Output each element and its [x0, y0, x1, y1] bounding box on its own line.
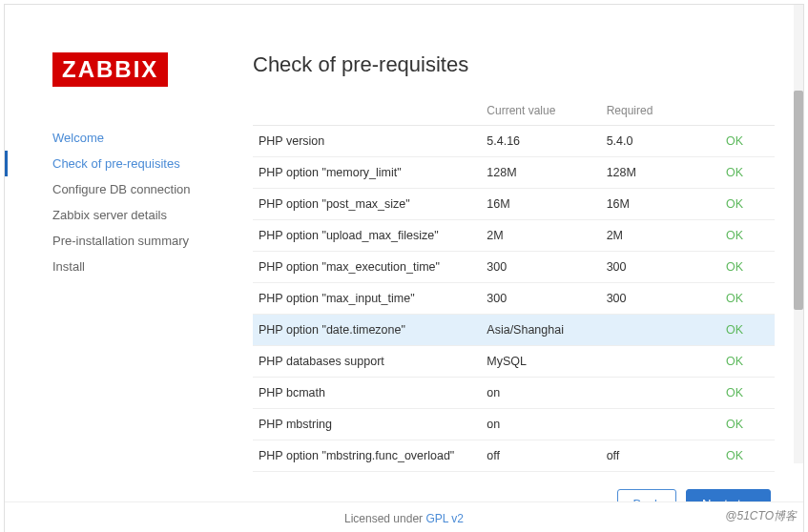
cell-name: PHP option "max_input_time"	[253, 283, 481, 315]
cell-current: on	[481, 378, 600, 409]
cell-name: PHP version	[253, 126, 481, 157]
cell-required: 128M	[601, 157, 720, 189]
cell-current: 128M	[481, 157, 600, 189]
cell-name: PHP bcmath	[253, 378, 481, 409]
logo: ZABBIX	[52, 52, 168, 87]
cell-current: 5.4.16	[481, 126, 600, 157]
cell-current: 300	[481, 252, 600, 283]
cell-current: Asia/Shanghai	[481, 315, 600, 346]
col-current: Current value	[481, 96, 600, 126]
cell-required: 300	[601, 283, 720, 315]
table-row: PHP option "memory_limit"128M128MOK	[253, 157, 775, 189]
cell-status: OK	[720, 409, 775, 440]
cell-status: OK	[720, 315, 775, 346]
col-required: Required	[601, 96, 720, 126]
cell-status: OK	[720, 346, 775, 378]
nav-item-5[interactable]: Install	[5, 254, 234, 279]
cell-required	[601, 409, 720, 440]
cell-required: off	[601, 440, 720, 472]
table-row: PHP version5.4.165.4.0OK	[253, 126, 775, 157]
col-name	[253, 96, 481, 126]
cell-status: OK	[720, 440, 775, 472]
cell-current: off	[481, 440, 600, 472]
page-title: Check of pre-requisites	[253, 52, 775, 77]
cell-current: 2M	[481, 220, 600, 252]
nav-list: WelcomeCheck of pre-requisitesConfigure …	[52, 125, 234, 279]
table-row: PHP bcmathonOK	[253, 378, 775, 409]
back-button[interactable]: Back	[617, 489, 677, 501]
scrollbar-thumb[interactable]	[794, 91, 803, 310]
table-row: PHP option "max_input_time"300300OK	[253, 283, 775, 315]
prereq-table: Current value Required PHP version5.4.16…	[253, 96, 775, 472]
cell-current: 16M	[481, 189, 600, 220]
cell-name: PHP databases support	[253, 346, 481, 378]
footer-text: Licensed under	[344, 512, 425, 525]
cell-status: OK	[720, 157, 775, 189]
cell-required	[601, 315, 720, 346]
table-row: PHP databases supportMySQLOK	[253, 346, 775, 378]
scrollbar-track[interactable]	[794, 5, 803, 463]
table-row: PHP option "date.timezone"Asia/ShanghaiO…	[253, 315, 775, 346]
cell-name: PHP option "date.timezone"	[253, 315, 481, 346]
cell-status: OK	[720, 126, 775, 157]
cell-status: OK	[720, 252, 775, 283]
nav-item-2[interactable]: Configure DB connection	[5, 176, 234, 202]
cell-status: OK	[720, 283, 775, 315]
table-row: PHP option "max_execution_time"300300OK	[253, 252, 775, 283]
cell-name: PHP option "post_max_size"	[253, 189, 481, 220]
watermark: @51CTO博客	[725, 508, 797, 524]
table-row: PHP option "mbstring.func_overload"offof…	[253, 440, 775, 472]
cell-name: PHP option "mbstring.func_overload"	[253, 440, 481, 472]
license-link[interactable]: GPL v2	[425, 512, 464, 525]
table-row: PHP option "upload_max_filesize"2M2MOK	[253, 220, 775, 252]
cell-required: 2M	[601, 220, 720, 252]
cell-name: PHP option "upload_max_filesize"	[253, 220, 481, 252]
cell-status: OK	[720, 378, 775, 409]
cell-current: on	[481, 409, 600, 440]
nav-item-0[interactable]: Welcome	[5, 125, 234, 151]
nav-item-4[interactable]: Pre-installation summary	[5, 228, 234, 254]
cell-required	[601, 378, 720, 409]
col-status	[720, 96, 775, 126]
cell-current: MySQL	[481, 346, 600, 378]
cell-required: 300	[601, 252, 720, 283]
content-area: Check of pre-requisites Current value Re…	[234, 5, 803, 501]
cell-name: PHP option "memory_limit"	[253, 157, 481, 189]
cell-name: PHP option "max_execution_time"	[253, 252, 481, 283]
cell-required: 16M	[601, 189, 720, 220]
footer: Licensed under GPL v2	[5, 501, 803, 532]
sidebar: ZABBIX WelcomeCheck of pre-requisitesCon…	[5, 5, 234, 501]
cell-status: OK	[720, 189, 775, 220]
nav-item-3[interactable]: Zabbix server details	[5, 202, 234, 228]
cell-name: PHP mbstring	[253, 409, 481, 440]
next-button[interactable]: Next step	[686, 489, 771, 501]
table-row: PHP mbstringonOK	[253, 409, 775, 440]
cell-required	[601, 346, 720, 378]
button-row: Back Next step	[253, 472, 775, 501]
nav-item-1[interactable]: Check of pre-requisites	[5, 151, 234, 176]
cell-status: OK	[720, 220, 775, 252]
table-row: PHP option "post_max_size"16M16MOK	[253, 189, 775, 220]
cell-current: 300	[481, 283, 600, 315]
cell-required: 5.4.0	[601, 126, 720, 157]
